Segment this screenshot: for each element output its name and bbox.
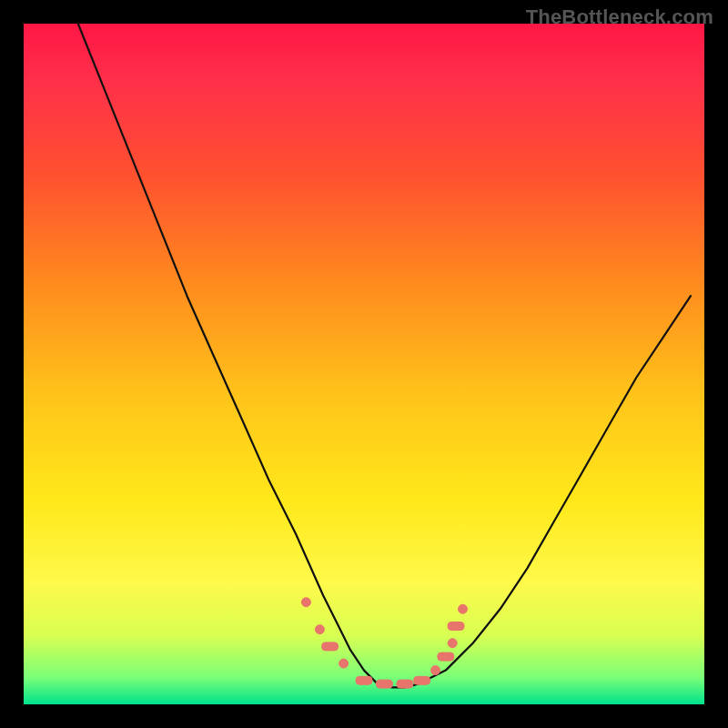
watermark-text: TheBottleneck.com	[526, 5, 713, 29]
marker-dot	[459, 604, 468, 613]
curve-markers	[301, 598, 467, 688]
marker-dot	[431, 666, 440, 675]
marker-dot	[301, 598, 310, 607]
marker-pill	[397, 680, 413, 688]
marker-pill	[356, 676, 372, 684]
chart-svg	[24, 24, 704, 704]
bottleneck-curve	[78, 24, 691, 687]
marker-dot	[448, 639, 457, 648]
marker-pill	[322, 642, 339, 651]
marker-pill	[376, 680, 392, 688]
marker-pill	[414, 676, 430, 684]
outer-frame: TheBottleneck.com	[0, 0, 728, 728]
marker-dot	[315, 625, 324, 634]
marker-pill	[448, 622, 464, 631]
marker-dot	[339, 659, 349, 668]
marker-pill	[438, 652, 454, 661]
plot-area	[24, 24, 704, 704]
